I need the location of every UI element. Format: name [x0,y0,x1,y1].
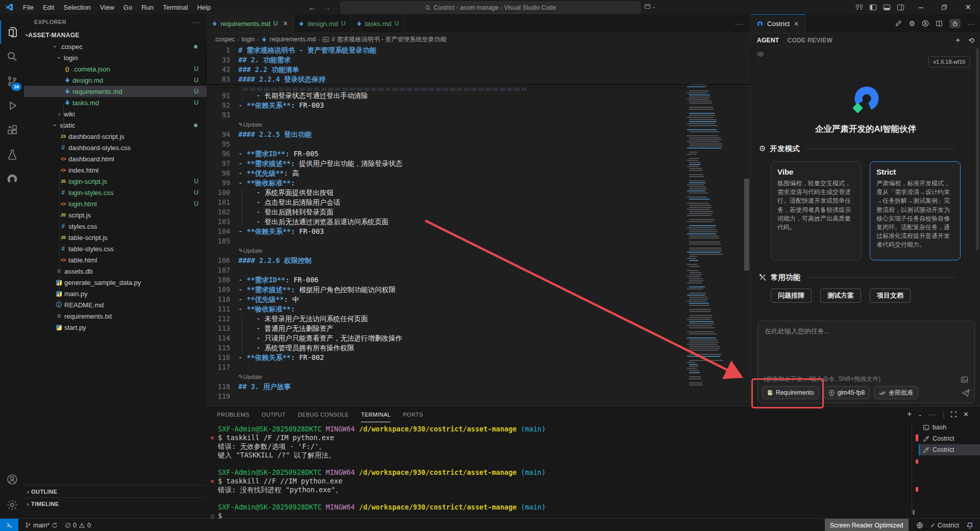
menu-file[interactable]: File [18,4,38,11]
file-start.py[interactable]: start.py [24,322,207,333]
menu-selection[interactable]: Selection [59,4,95,11]
activity-source-control[interactable]: 16 [0,69,24,93]
file-generate-sample-data.py[interactable]: generate_sample_data.py [24,277,207,288]
attach-image-icon[interactable] [961,376,968,383]
folder-login[interactable]: ›login [24,52,207,63]
file-login-script.js[interactable]: JSlogin-script.jsU [24,176,207,187]
account-icon[interactable] [922,20,929,27]
quick-button[interactable]: 问题排障 [771,288,812,303]
file-login.html[interactable]: <>login.htmlU [24,198,207,209]
breadcrumb[interactable]: .cospec›login›requirements.md› # 需求规格说明书… [207,33,750,45]
remote-indicator[interactable] [0,519,18,531]
eye-icon[interactable] [757,51,764,58]
terminal-tab-problems[interactable]: PROBLEMS [217,406,250,422]
tab-design-md[interactable]: design.mdU [293,14,351,33]
menu-help[interactable]: Help [192,4,215,11]
file-assets.db[interactable]: ≡assets.db [24,266,207,277]
toggle-secondary-sidebar-icon[interactable] [897,4,904,11]
restore-button[interactable] [941,4,947,10]
file-.cometa.json[interactable]: {}.cometa.jsonU [24,63,207,75]
file-table-styles.css[interactable]: #table-styles.css [24,243,207,254]
minimize-button[interactable]: ─ [919,4,923,11]
file-dashboard-styles.css[interactable]: #dashboard-styles.css [24,142,207,153]
file-index.html[interactable]: <>index.html [24,164,207,176]
breadcrumb-item[interactable]: requirements.md [270,36,315,43]
back-button[interactable]: ← [308,3,316,12]
workspace-root[interactable]: › ASSET-MANAGE [24,30,207,41]
menu-go[interactable]: Go [119,4,137,11]
forward-button[interactable]: → [323,3,331,12]
explorer-more-actions[interactable]: ··· [192,18,201,26]
terminal-tab-output[interactable]: OUTPUT [262,406,286,422]
tab-tasks-md[interactable]: tasks.mdU [351,14,405,33]
file-dashboard.html[interactable]: <>dashboard.html [24,153,207,164]
terminal-instance-bash[interactable]: bash [919,422,980,433]
git-branch-item[interactable]: main* [21,519,61,531]
terminal-dropdown-icon[interactable]: ⌄ [918,412,922,417]
terminal-tab-ports[interactable]: PORTS [403,406,423,422]
folder-static[interactable]: ›static [24,119,207,131]
quick-button[interactable]: 测试方案 [820,288,861,303]
file-main.py[interactable]: main.py [24,288,207,299]
activity-account[interactable] [0,468,24,491]
file-readme.md[interactable]: ⓘREADME.md [24,299,207,310]
file-styles.css[interactable]: #styles.css [24,221,207,232]
breadcrumb-item[interactable]: login [242,36,255,43]
terminal-scrollbar[interactable] [913,510,915,515]
mode-card-strict[interactable]: Strict严肃编程，标准开发模式，遵从「需求澄清→设计约束→任务拆解→测试案例… [870,161,961,260]
menu-terminal[interactable]: Terminal [158,4,192,11]
terminal-tab-debug-console[interactable]: DEBUG CONSOLE [298,406,349,422]
file-table.html[interactable]: <>table.html [24,254,207,266]
terminal-instance-costrict[interactable]: Costrict [919,433,980,444]
new-task-icon[interactable]: + [955,36,960,45]
minimap[interactable] [684,43,744,401]
activity-run-debug[interactable] [0,94,24,117]
mode-card-vibe[interactable]: Vibe氛围编程，轻量交互模式，需求澄清与代码生成交替进行。适配快速开发或简单任… [771,161,862,260]
terminal-instance-costrict[interactable]: Costrict [919,444,980,455]
editor-more-actions[interactable]: ··· [735,20,743,28]
menu-run[interactable]: Run [137,4,158,11]
tab-close-icon[interactable]: ✕ [283,20,288,27]
activity-explorer[interactable] [0,20,25,44]
breadcrumb-item[interactable]: .cospec [214,36,235,43]
file-dashboard-script.js[interactable]: JSdashboard-script.js [24,131,207,142]
tab-requirements-md[interactable]: requirements.mdU✕ [207,14,293,33]
history-icon[interactable]: ⟲ [968,36,974,44]
panel-tab-close-icon[interactable]: ✕ [794,20,799,28]
tab-agent[interactable]: AGENT [757,37,779,44]
costrict-status-item[interactable]: ✓ Costrict [927,519,963,531]
activity-settings[interactable] [0,493,24,517]
menu-view[interactable]: View [95,4,119,11]
section-timeline[interactable]: ›TIMELINE [24,497,207,510]
toggle-panel-icon[interactable] [883,4,891,11]
activity-testing[interactable] [0,143,24,166]
browser-item[interactable] [913,519,927,531]
settings-icon[interactable]: ⚙ [909,19,915,28]
activity-costrict[interactable] [0,167,24,191]
editor-scrollbar[interactable] [744,179,749,271]
folder-wiki[interactable]: ›wiki [24,108,207,119]
customize-layout-icon[interactable] [855,4,863,11]
file-tasks.md[interactable]: tasks.mdU [24,97,207,108]
close-button[interactable]: ✕ [965,3,971,11]
menu-edit[interactable]: Edit [38,4,59,11]
panel-scrollbar[interactable] [976,49,979,250]
command-center-search[interactable]: Costrict - asset-manage - Visual Studio … [340,2,641,14]
folder-.cospec[interactable]: ›.cospec [24,41,207,52]
send-icon[interactable] [962,389,970,397]
new-terminal-icon[interactable]: + [907,409,912,419]
quick-button[interactable]: 项目文档 [870,288,911,303]
activity-extensions[interactable] [0,118,24,142]
close-panel-icon[interactable]: ✕ [963,411,969,418]
file-login-styles.css[interactable]: #login-styles.cssU [24,187,207,198]
lock-toggle[interactable] [949,19,961,28]
terminal-output[interactable]: SXF-Admin@SK-20250928DKTC MINGW64 /d/wor… [207,425,546,520]
file-requirements.txt[interactable]: ≡requirements.txt [24,310,207,322]
window-mode-icon[interactable]: ⌄ [644,3,656,10]
section-outline[interactable]: ›OUTLINE [24,485,207,497]
code-area[interactable]: 91-长期登录状态可通过登出手动清除92-**依赖关系**: FR-00393✎… [207,91,750,401]
file-design.md[interactable]: design.mdU [24,75,207,86]
terminal-tab-terminal[interactable]: TERMINAL [361,406,390,422]
screen-reader-badge[interactable]: Screen Reader Optimized [825,519,909,531]
notifications-item[interactable] [963,519,977,531]
